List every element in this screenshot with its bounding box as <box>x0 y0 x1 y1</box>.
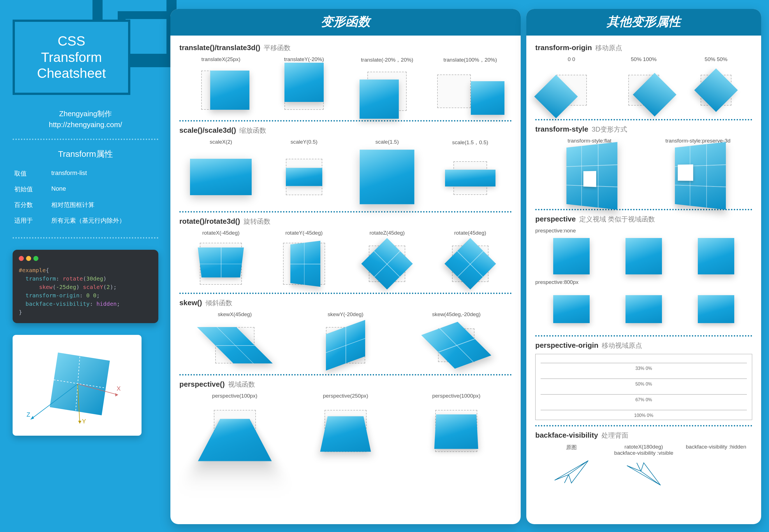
paper-plane-icon <box>624 460 663 491</box>
prop-row: 初始值None <box>13 182 158 197</box>
section-rotate: rotate()/rotate3d()旋转函数 <box>179 217 512 226</box>
code-sample: #example{ transform: rotate(30deg) skew(… <box>13 250 158 323</box>
title-line-1: CSS <box>23 33 120 49</box>
section-transform-style: transform-style3D变形方式 <box>535 125 752 134</box>
dotted-divider <box>13 237 158 239</box>
section-divider <box>179 293 512 294</box>
right-panel-heading: 其他变形属性 <box>526 9 761 36</box>
section-backface: backface-visibility处理背面 <box>535 431 752 440</box>
section-skew: skew()倾斜函数 <box>179 298 512 307</box>
paper-plane-icon <box>552 455 591 486</box>
axis-illustration: X Y Z <box>13 335 141 436</box>
svg-marker-4 <box>115 393 118 396</box>
section-perspective-prop: perspective定义视域 类似于视域函数 <box>535 215 752 224</box>
section-perspective: perspective()视域函数 <box>179 380 512 389</box>
ruler-box: 33% 0% 50% 0% 67% 0% 100% 0% <box>535 354 752 420</box>
z-axis-label: Z <box>27 411 30 418</box>
prop-heading: Transform属性 <box>13 148 158 160</box>
prop-table: 取值transform-list 初始值None 百分数相对范围框计算 适用于所… <box>13 165 158 229</box>
section-divider <box>535 335 752 337</box>
prop-row: 百分数相对范围框计算 <box>13 197 158 213</box>
x-axis-label: X <box>116 385 120 392</box>
prop-row: 适用于所有元素（基元行内除外） <box>13 213 158 228</box>
credit-block: Zhengyaing制作 http://zhengyaing.com/ <box>13 108 158 130</box>
main-panel-heading: 变形函数 <box>170 9 521 36</box>
section-scale: scale()/scale3d()缩放函数 <box>179 126 512 135</box>
dotted-divider <box>13 139 158 140</box>
code-window-dots <box>19 255 152 263</box>
prop-row: 取值transform-list <box>13 166 158 181</box>
svg-marker-8 <box>31 416 34 419</box>
title-line-2: Transform <box>23 49 120 66</box>
y-axis-label: Y <box>82 418 86 425</box>
section-divider <box>179 120 512 122</box>
section-divider <box>535 209 752 210</box>
right-panel: 其他变形属性 transform-origin移动原点 0 0 50% 100%… <box>526 9 761 524</box>
section-divider <box>535 119 752 120</box>
section-divider <box>179 211 512 213</box>
title-box: CSS Transform Cheatsheet <box>13 20 130 95</box>
title-line-3: Cheatsheet <box>23 65 120 81</box>
main-panel: 变形函数 translate()/translate3d()平移函数 trans… <box>170 9 521 524</box>
credit-author: Zhengyaing制作 <box>13 108 158 119</box>
section-translate: translate()/translate3d()平移函数 <box>179 43 512 52</box>
section-divider <box>535 425 752 426</box>
section-perspective-origin: perspective-origin移动视域原点 <box>535 341 752 350</box>
svg-marker-6 <box>78 421 81 424</box>
section-transform-origin: transform-origin移动原点 <box>535 43 752 52</box>
credit-url: http://zhengyaing.com/ <box>13 119 158 130</box>
left-column: CSS Transform Cheatsheet Zhengyaing制作 ht… <box>13 20 158 436</box>
section-divider <box>179 374 512 375</box>
